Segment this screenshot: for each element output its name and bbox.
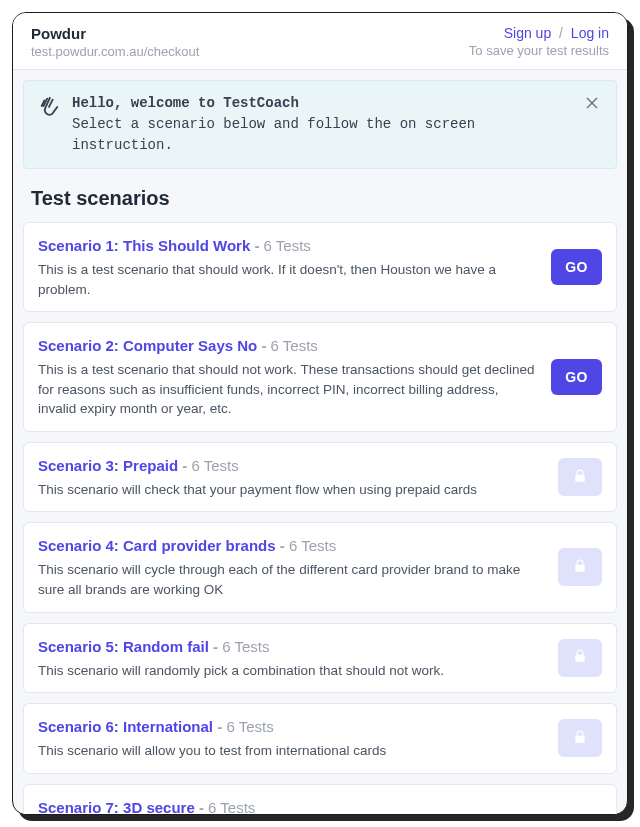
brand-name: Powdur — [31, 25, 199, 42]
scenario-card: Scenario 3: Prepaid - 6 TestsThis scenar… — [23, 442, 617, 513]
page-url: test.powdur.com.au/checkout — [31, 44, 199, 59]
scenario-description: This scenario will allow you to test fro… — [38, 741, 544, 761]
top-bar: Powdur test.powdur.com.au/checkout Sign … — [13, 13, 627, 70]
scenario-tests-count: 6 Tests — [222, 638, 269, 655]
auth-separator: / — [559, 25, 563, 41]
top-bar-left: Powdur test.powdur.com.au/checkout — [31, 25, 199, 59]
banner-text: Hello, welcome to TestCoach Select a sce… — [72, 93, 570, 156]
scenario-name[interactable]: Scenario 6: International — [38, 718, 213, 735]
title-separator: - — [257, 337, 270, 354]
title-separator: - — [178, 457, 191, 474]
locked-button[interactable] — [558, 548, 602, 586]
scenario-title: Scenario 1: This Should Work - 6 Tests — [38, 235, 537, 256]
welcome-banner: Hello, welcome to TestCoach Select a sce… — [23, 80, 617, 169]
auth-links: Sign up / Log in — [469, 25, 609, 41]
scenario-name[interactable]: Scenario 2: Computer Says No — [38, 337, 257, 354]
scenario-name[interactable]: Scenario 1: This Should Work — [38, 237, 250, 254]
scenario-name[interactable]: Scenario 5: Random fail — [38, 638, 209, 655]
scenario-name[interactable]: Scenario 4: Card provider brands — [38, 537, 276, 554]
locked-button[interactable] — [558, 458, 602, 496]
scenario-tests-count: 6 Tests — [226, 718, 273, 735]
title-separator: - — [195, 799, 208, 815]
wave-icon — [38, 95, 60, 122]
locked-button[interactable] — [558, 639, 602, 677]
scenario-tests-count: 6 Tests — [271, 337, 318, 354]
scenario-title: Scenario 4: Card provider brands - 6 Tes… — [38, 535, 544, 556]
scenario-card: Scenario 1: This Should Work - 6 TestsTh… — [23, 222, 617, 312]
close-icon[interactable] — [582, 93, 602, 117]
top-bar-right: Sign up / Log in To save your test resul… — [469, 25, 609, 58]
scenario-title: Scenario 5: Random fail - 6 Tests — [38, 636, 544, 657]
lock-icon — [573, 468, 587, 487]
title-separator: - — [213, 718, 226, 735]
scenario-card: Scenario 6: International - 6 TestsThis … — [23, 703, 617, 774]
auth-subtext: To save your test results — [469, 43, 609, 58]
scenario-description: This scenario will randomly pick a combi… — [38, 661, 544, 681]
scenario-body: Scenario 5: Random fail - 6 TestsThis sc… — [38, 636, 544, 681]
scenario-body: Scenario 7: 3D secure - 6 TestsThis scen… — [38, 797, 544, 815]
go-button[interactable]: GO — [551, 359, 602, 395]
lock-icon — [573, 558, 587, 577]
go-button[interactable]: GO — [551, 249, 602, 285]
scenario-list: Scenario 1: This Should Work - 6 TestsTh… — [13, 222, 627, 815]
scenario-card: Scenario 4: Card provider brands - 6 Tes… — [23, 522, 617, 612]
lock-icon — [573, 729, 587, 748]
scenario-description: This is a test scenario that should not … — [38, 360, 537, 419]
scenario-card: Scenario 7: 3D secure - 6 TestsThis scen… — [23, 784, 617, 815]
scenario-body: Scenario 3: Prepaid - 6 TestsThis scenar… — [38, 455, 544, 500]
scenario-name[interactable]: Scenario 7: 3D secure — [38, 799, 195, 815]
scenario-body: Scenario 1: This Should Work - 6 TestsTh… — [38, 235, 537, 299]
signup-link[interactable]: Sign up — [504, 25, 551, 41]
title-separator: - — [276, 537, 289, 554]
scenario-name[interactable]: Scenario 3: Prepaid — [38, 457, 178, 474]
scenario-card: Scenario 2: Computer Says No - 6 TestsTh… — [23, 322, 617, 432]
title-separator: - — [250, 237, 263, 254]
scenario-tests-count: 6 Tests — [289, 537, 336, 554]
banner-subtitle: Select a scenario below and follow the o… — [72, 114, 570, 156]
scenario-description: This scenario will check that your payme… — [38, 480, 544, 500]
scenario-title: Scenario 6: International - 6 Tests — [38, 716, 544, 737]
section-title: Test scenarios — [31, 187, 609, 210]
scenario-card: Scenario 5: Random fail - 6 TestsThis sc… — [23, 623, 617, 694]
scenario-tests-count: 6 Tests — [191, 457, 238, 474]
scenario-body: Scenario 4: Card provider brands - 6 Tes… — [38, 535, 544, 599]
login-link[interactable]: Log in — [571, 25, 609, 41]
scenario-title: Scenario 7: 3D secure - 6 Tests — [38, 797, 544, 815]
scenario-title: Scenario 3: Prepaid - 6 Tests — [38, 455, 544, 476]
banner-title: Hello, welcome to TestCoach — [72, 93, 570, 114]
scenario-tests-count: 6 Tests — [208, 799, 255, 815]
lock-icon — [573, 648, 587, 667]
scenario-tests-count: 6 Tests — [264, 237, 311, 254]
scenario-description: This is a test scenario that should work… — [38, 260, 537, 299]
scenario-body: Scenario 2: Computer Says No - 6 TestsTh… — [38, 335, 537, 419]
app-window: Powdur test.powdur.com.au/checkout Sign … — [12, 12, 628, 815]
locked-button[interactable] — [558, 719, 602, 757]
title-separator: - — [209, 638, 222, 655]
scenario-description: This scenario will cycle through each of… — [38, 560, 544, 599]
scenario-body: Scenario 6: International - 6 TestsThis … — [38, 716, 544, 761]
scenario-title: Scenario 2: Computer Says No - 6 Tests — [38, 335, 537, 356]
